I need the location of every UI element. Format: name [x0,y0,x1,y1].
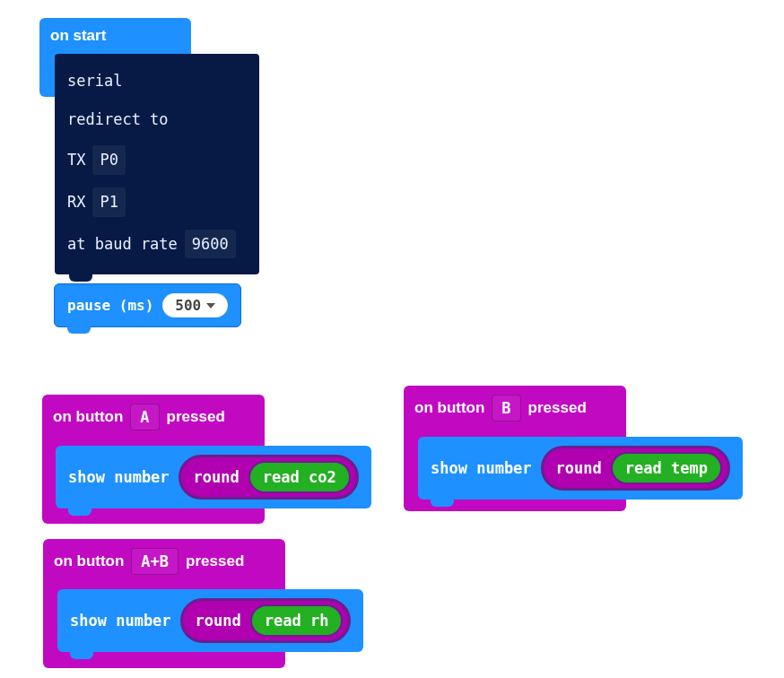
on-start-label: on start [48,25,182,54]
round-block-b[interactable]: round read temp [541,446,730,491]
serial-baud-label: at baud rate [67,231,178,257]
round-label: round [196,612,241,630]
serial-tx-value[interactable]: P0 [92,145,125,175]
show-number-label: show number [70,612,171,630]
show-number-label: show number [68,468,170,486]
serial-rx-label: RX [67,189,85,215]
round-block-a[interactable]: round read co2 [179,455,359,500]
serial-label-2: redirect to [67,107,169,133]
serial-baud-value[interactable]: 9600 [185,230,236,259]
button-selector-ab[interactable]: A+B [131,548,179,575]
read-co2-block[interactable]: read co2 [248,461,351,493]
show-number-block-b[interactable]: show number round read temp [418,437,743,500]
pause-value: 500 [175,297,201,314]
pause-block[interactable]: pause (ms) 500 [54,283,241,327]
serial-redirect-block[interactable]: serial redirect to TX P0 RX P1 at baud r… [55,54,259,274]
event-prefix: on button [53,408,123,426]
round-block-ab[interactable]: round read rh [180,598,352,643]
serial-rx-value[interactable]: P1 [92,187,125,217]
round-label: round [556,459,602,477]
button-selector-a[interactable]: A [130,404,159,430]
event-suffix: pressed [528,399,587,417]
serial-tx-label: TX [67,147,85,173]
chevron-down-icon [206,303,215,309]
event-suffix: pressed [186,552,244,570]
show-number-block-ab[interactable]: show number round read rh [57,589,363,652]
show-number-block-a[interactable]: show number round read co2 [56,446,371,508]
event-suffix: pressed [167,408,225,426]
button-selector-b[interactable]: B [492,395,520,422]
read-rh-block[interactable]: read rh [250,604,344,637]
round-label: round [194,468,240,486]
show-number-label: show number [431,459,532,477]
event-prefix: on button [54,552,124,570]
pause-label: pause (ms) [67,297,153,314]
serial-label-1: serial [67,68,122,94]
pause-value-dropdown[interactable]: 500 [162,293,228,317]
read-temp-block[interactable]: read temp [611,452,722,484]
event-prefix: on button [414,399,484,417]
